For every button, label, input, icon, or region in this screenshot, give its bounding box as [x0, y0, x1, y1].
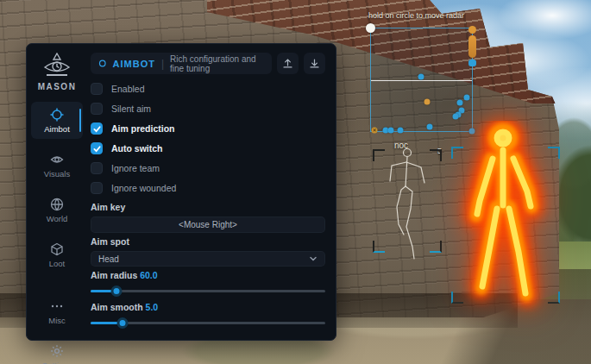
sidebar-item-label: World [47, 214, 68, 223]
item-esp-markers [468, 26, 476, 66]
checkbox-auto-switch[interactable]: Auto switch [91, 142, 325, 154]
skeleton-esp [378, 145, 440, 261]
radar-blue-dot [388, 128, 394, 134]
sidebar-item-label: Misc [48, 316, 66, 325]
slider-thumb[interactable] [110, 286, 122, 297]
sidebar-item-aimbot[interactable]: Aimbot [31, 102, 83, 139]
item-bar-orange [468, 35, 476, 58]
sidebar-item-label: Visuals [44, 169, 70, 179]
slider-thumb[interactable] [116, 317, 128, 329]
sidebar-item-label: Loot [49, 259, 66, 268]
radar-blue-dot [427, 124, 433, 130]
slider-label: Aim radius [91, 270, 137, 280]
aim-smooth-label: Aim smooth 5.0 [91, 302, 325, 312]
chevron-down-icon [309, 254, 318, 263]
radar-blue-dot [398, 128, 404, 134]
radar-widget[interactable] [370, 28, 473, 132]
sidebar-item-loot[interactable]: Loot [31, 236, 83, 273]
download-icon [309, 58, 320, 69]
gear-icon [50, 344, 64, 358]
radar-tooltip: hold on circle to move radar [368, 11, 464, 20]
checkbox-label: Silent aim [111, 104, 151, 114]
aim-radius-label: Aim radius 60.0 [91, 270, 325, 280]
radar-blue-dot [464, 95, 470, 101]
sidebar-item-label: Settings [42, 361, 72, 364]
sidebar-item-label: Aimbot [44, 124, 70, 134]
sidebar-item-visuals[interactable]: Visuals [31, 147, 83, 184]
upload-icon [282, 58, 293, 69]
checkbox-silent-aim[interactable]: Silent aim [91, 103, 325, 115]
aim-spot-select[interactable]: Head [91, 251, 325, 267]
radar-blue-dot [457, 100, 463, 106]
sidebar-item-world[interactable]: World [31, 191, 83, 229]
checkbox-label: Aim prediction [111, 123, 175, 134]
cheat-menu-panel: MASON Aimbot Visuals World Loot [26, 43, 336, 341]
header-pill: AIMBOT | Rich configuration and fine tun… [91, 53, 272, 74]
enemy-esp-box [451, 147, 560, 304]
aim-smooth-slider[interactable] [91, 317, 325, 329]
checkbox-enabled[interactable]: Enabled [91, 83, 325, 95]
sidebar-item-settings[interactable]: Settings [31, 338, 83, 364]
radar-blue-dot [418, 74, 424, 80]
sidebar: MASON Aimbot Visuals World Loot [27, 44, 87, 340]
aim-radius-slider[interactable] [91, 285, 325, 297]
item-dot-orange [468, 26, 476, 34]
import-config-button[interactable] [277, 53, 299, 74]
checkbox-label: Ignore wounded [111, 183, 176, 193]
checkbox-ignore-wounded[interactable]: Ignore wounded [91, 182, 325, 194]
checkbox-box [91, 182, 103, 194]
main-content: AIMBOT | Rich configuration and fine tun… [87, 44, 336, 340]
slider-value: 60.0 [140, 270, 157, 280]
radar-midline [371, 80, 472, 81]
dots-icon [50, 299, 64, 313]
page-subtitle: Rich configuration and fine tuning [170, 54, 264, 73]
checkbox-box [91, 142, 103, 154]
brand: MASON [38, 53, 77, 91]
sidebar-item-misc[interactable]: Misc [31, 293, 83, 330]
checkbox-box [91, 103, 103, 115]
mason-logo-icon [42, 53, 72, 78]
item-dot-teal [468, 60, 476, 66]
checkbox-box [91, 83, 103, 95]
aim-spot-value: Head [98, 254, 119, 264]
header-row: AIMBOT | Rich configuration and fine tun… [91, 53, 325, 74]
checkbox-label: Auto switch [111, 143, 163, 154]
check-icon [93, 145, 101, 153]
slider-track [91, 290, 325, 292]
globe-icon [50, 198, 64, 211]
aim-spot-label: Aim spot [91, 236, 325, 247]
target-icon [98, 58, 107, 69]
checkbox-box [91, 122, 103, 135]
brand-name: MASON [38, 82, 77, 91]
check-icon [93, 125, 101, 133]
checkbox-box [91, 162, 103, 174]
radar-drag-handle[interactable] [366, 23, 375, 33]
header-separator: | [161, 58, 164, 70]
slider-value: 5.0 [146, 302, 159, 312]
radar-blue-dot [453, 114, 459, 120]
slider-label: Aim smooth [91, 302, 143, 312]
crosshair-icon [50, 108, 64, 122]
eye-icon [50, 153, 64, 166]
radar-orange-x-dot [372, 128, 378, 134]
aim-key-button[interactable]: <Mouse Right> [91, 217, 325, 233]
page-title: AIMBOT [113, 59, 155, 69]
checkbox-label: Ignore team [111, 163, 160, 173]
radar-orange-dot [424, 99, 431, 105]
checkbox-label: Enabled [111, 84, 145, 94]
aim-key-label: Aim key [91, 202, 325, 212]
checkbox-aim-prediction[interactable]: Aim prediction [91, 122, 325, 135]
checkbox-ignore-team[interactable]: Ignore team [91, 162, 325, 174]
export-config-button[interactable] [304, 53, 325, 74]
cube-icon [50, 242, 64, 256]
